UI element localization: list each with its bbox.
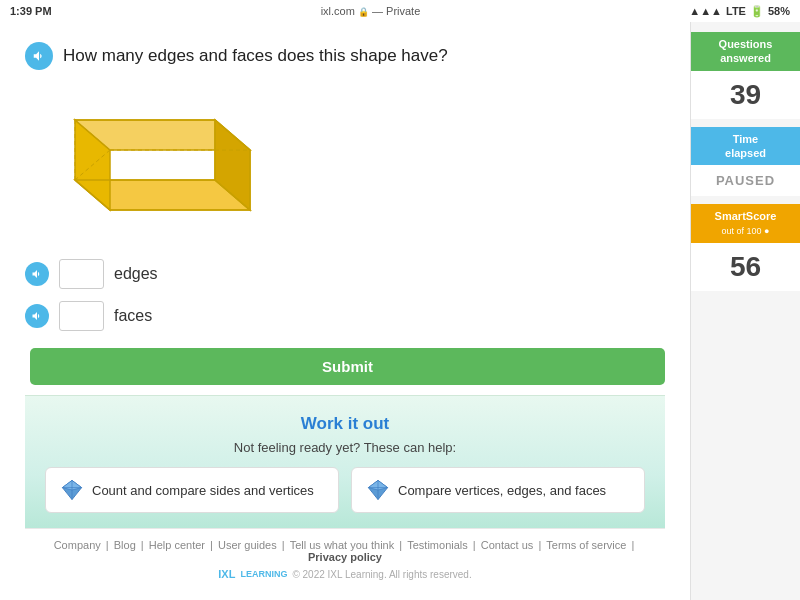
edges-speaker-icon <box>31 268 43 280</box>
edges-speaker-button[interactable] <box>25 262 49 286</box>
speaker-icon <box>32 49 46 63</box>
network-label: LTE <box>726 5 746 17</box>
status-url: ixl.com 🔒 — Private <box>321 5 421 17</box>
speaker-button[interactable] <box>25 42 53 70</box>
smart-score-section: SmartScore out of 100 ● 56 <box>691 204 800 291</box>
question-text: How many edges and faces does this shape… <box>63 46 448 66</box>
battery-percent: 58% <box>768 5 790 17</box>
faces-speaker-icon <box>31 310 43 322</box>
sidebar: Questionsanswered 39 Timeelapsed PAUSED … <box>690 22 800 600</box>
faces-input[interactable] <box>59 301 104 331</box>
questions-answered-value: 39 <box>691 71 800 119</box>
submit-button[interactable]: Submit <box>30 348 665 385</box>
faces-label: faces <box>114 307 152 325</box>
3d-box-svg <box>55 90 275 235</box>
status-info: ▲▲▲ LTE 🔋 58% <box>689 5 790 18</box>
ixl-logo: IXL <box>218 568 235 580</box>
smart-score-value: 56 <box>691 243 800 291</box>
questions-answered-label: Questionsanswered <box>691 32 800 71</box>
status-time: 1:39 PM <box>10 5 52 17</box>
questions-answered-section: Questionsanswered 39 <box>691 32 800 119</box>
edges-label: edges <box>114 265 158 283</box>
diamond-icon-2 <box>366 478 390 502</box>
edges-row: edges <box>25 259 665 289</box>
time-elapsed-section: Timeelapsed PAUSED <box>691 127 800 197</box>
faces-row: faces <box>25 301 665 331</box>
footer-links: Company | Blog | Help center | User guid… <box>40 539 650 563</box>
learning-label: LEARNING <box>240 569 287 579</box>
smart-score-label: SmartScore out of 100 ● <box>691 204 800 243</box>
faces-speaker-button[interactable] <box>25 304 49 328</box>
footer-company[interactable]: Company <box>54 539 101 551</box>
edges-input[interactable] <box>59 259 104 289</box>
shape-illustration <box>55 90 275 239</box>
question-row: How many edges and faces does this shape… <box>25 42 665 70</box>
status-bar: 1:39 PM ixl.com 🔒 — Private ▲▲▲ LTE 🔋 58… <box>0 0 800 22</box>
copyright-text: © 2022 IXL Learning. All rights reserved… <box>292 569 471 580</box>
footer-brand: IXL LEARNING © 2022 IXL Learning. All ri… <box>40 568 650 580</box>
footer-testimonials[interactable]: Testimonials <box>407 539 468 551</box>
main-wrapper: How many edges and faces does this shape… <box>0 22 800 600</box>
time-elapsed-label: Timeelapsed <box>691 127 800 166</box>
help-card-1[interactable]: Count and compare sides and vertices <box>45 467 339 513</box>
footer-blog[interactable]: Blog <box>114 539 136 551</box>
help-card-2[interactable]: Compare vertices, edges, and faces <box>351 467 645 513</box>
time-elapsed-value: PAUSED <box>691 165 800 196</box>
footer-terms[interactable]: Terms of service <box>546 539 626 551</box>
footer-privacy[interactable]: Privacy policy <box>308 551 382 563</box>
footer: Company | Blog | Help center | User guid… <box>25 528 665 590</box>
footer-contact[interactable]: Contact us <box>481 539 534 551</box>
content-area: How many edges and faces does this shape… <box>0 22 690 600</box>
work-it-out-section: Work it out Not feeling ready yet? These… <box>25 395 665 528</box>
diamond-icon-1 <box>60 478 84 502</box>
footer-help[interactable]: Help center <box>149 539 205 551</box>
battery-indicator: 🔋 <box>750 5 764 18</box>
signal-icon: ▲▲▲ <box>689 5 722 17</box>
footer-guides[interactable]: User guides <box>218 539 277 551</box>
work-it-out-subtitle: Not feeling ready yet? These can help: <box>45 440 645 455</box>
smart-score-sublabel: out of 100 ● <box>722 226 770 236</box>
work-it-out-title: Work it out <box>45 414 645 434</box>
help-card-1-text: Count and compare sides and vertices <box>92 483 314 498</box>
help-cards: Count and compare sides and vertices Com… <box>45 467 645 513</box>
footer-tell[interactable]: Tell us what you think <box>290 539 395 551</box>
help-card-2-text: Compare vertices, edges, and faces <box>398 483 606 498</box>
